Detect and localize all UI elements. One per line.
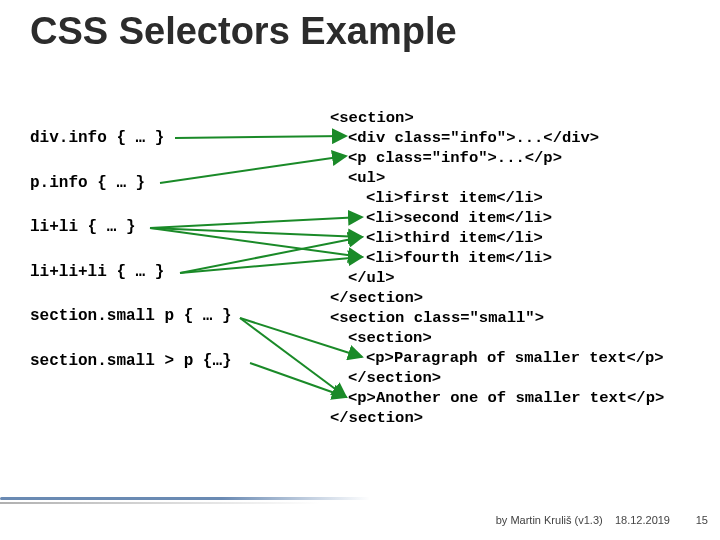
- selector-list: div.info { … } p.info { … } li+li { … } …: [30, 130, 232, 398]
- footer: by Martin Kruliš (v1.3) 18.12.2019: [496, 514, 670, 526]
- code-line: <section class="small">: [330, 308, 664, 328]
- slide-title: CSS Selectors Example: [30, 10, 457, 53]
- code-line: </ul>: [330, 268, 664, 288]
- slide-accent-line-2: [0, 502, 320, 504]
- selector-rule: section.small > p {…}: [30, 353, 232, 371]
- footer-date: 18.12.2019: [615, 514, 670, 526]
- selector-rule: li+li { … }: [30, 219, 232, 237]
- code-line: <p>Another one of smaller text</p>: [330, 388, 664, 408]
- code-line: </section>: [330, 408, 664, 428]
- selector-rule: p.info { … }: [30, 175, 232, 193]
- code-line: </section>: [330, 368, 664, 388]
- code-line: <ul>: [330, 168, 664, 188]
- footer-credit: by Martin Kruliš (v1.3): [496, 514, 603, 526]
- selector-rule: section.small p { … }: [30, 308, 232, 326]
- code-line: <li>second item</li>: [330, 208, 664, 228]
- code-line: <li>first item</li>: [330, 188, 664, 208]
- page-number: 15: [696, 514, 708, 526]
- code-line: <section>: [330, 108, 664, 128]
- code-line: <li>third item</li>: [330, 228, 664, 248]
- selector-rule: div.info { … }: [30, 130, 232, 148]
- code-line: <p>Paragraph of smaller text</p>: [330, 348, 664, 368]
- code-line: <div class="info">...</div>: [330, 128, 664, 148]
- code-line: <section>: [330, 328, 664, 348]
- html-example: <section> <div class="info">...</div> <p…: [330, 108, 664, 428]
- code-line: <p class="info">...</p>: [330, 148, 664, 168]
- code-line: </section>: [330, 288, 664, 308]
- code-line: <li>fourth item</li>: [330, 248, 664, 268]
- slide-accent-line: [0, 497, 370, 500]
- selector-rule: li+li+li { … }: [30, 264, 232, 282]
